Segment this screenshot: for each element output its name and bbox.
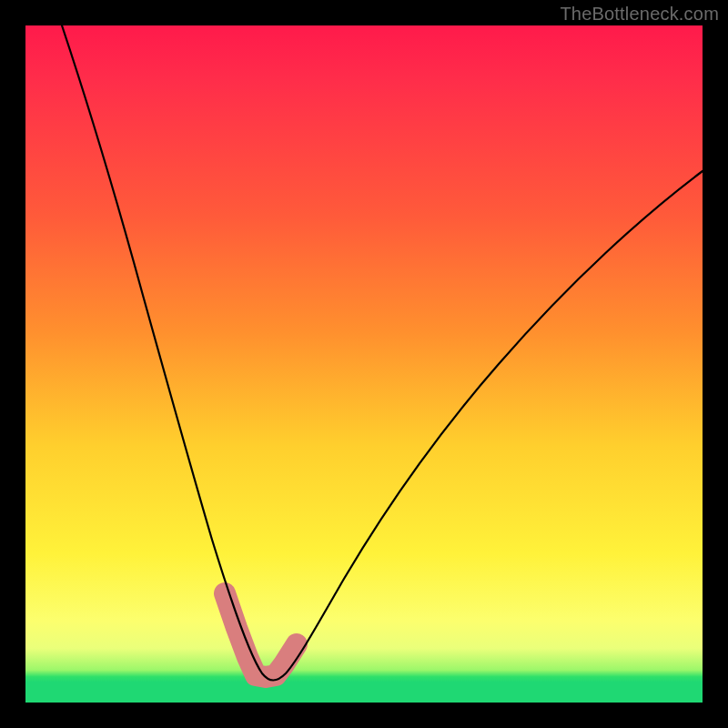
bottom-highlight-path [225,593,297,677]
bottleneck-curve-path [62,25,703,681]
chart-svg [25,25,703,703]
watermark-text: TheBottleneck.com [560,4,719,25]
chart-frame: TheBottleneck.com [0,0,728,728]
plot-area [25,25,703,703]
